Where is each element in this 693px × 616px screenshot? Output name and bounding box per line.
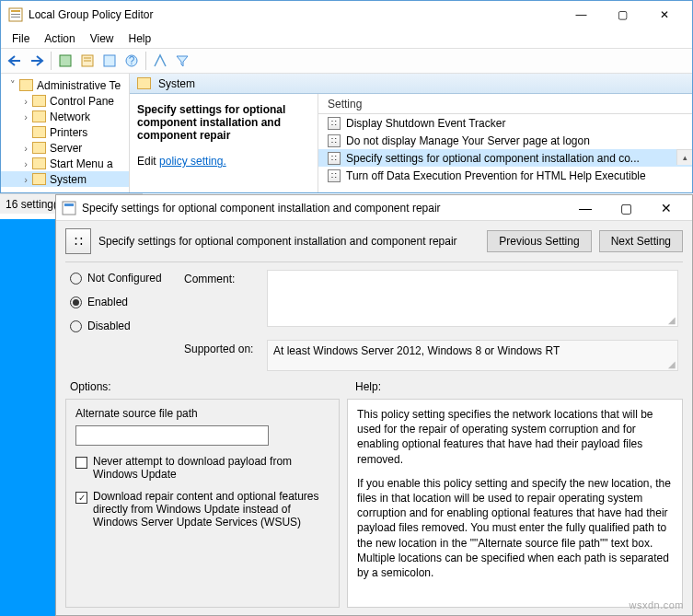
- filter-icon[interactable]: [172, 51, 192, 71]
- app-icon: [8, 7, 23, 22]
- alt-source-input[interactable]: [75, 425, 269, 446]
- scroll-up[interactable]: ▴: [676, 149, 692, 165]
- alt-source-label: Alternate source file path: [75, 407, 329, 420]
- menu-view[interactable]: View: [83, 30, 121, 47]
- back-button[interactable]: [5, 51, 25, 71]
- column-header[interactable]: Setting: [318, 94, 692, 114]
- svg-rect-3: [11, 17, 20, 17]
- minimize-button[interactable]: —: [560, 6, 602, 24]
- help-panel: This policy setting specifies the networ…: [347, 399, 683, 608]
- checkbox-wsus[interactable]: ✓ Download repair content and optional f…: [75, 490, 329, 529]
- help-text: This policy setting specifies the networ…: [357, 407, 673, 467]
- folder-icon: [32, 95, 46, 107]
- tree-root[interactable]: ˅Administrative Te: [1, 77, 129, 93]
- menu-help[interactable]: Help: [121, 30, 159, 47]
- next-setting-button[interactable]: Next Setting: [599, 230, 683, 252]
- list-item[interactable]: ∷Turn off Data Execution Prevention for …: [318, 167, 692, 184]
- toolbar-btn-4[interactable]: ?: [121, 51, 142, 71]
- edit-label: Edit: [137, 155, 156, 168]
- watermark: wsxdn.com: [629, 599, 684, 610]
- description-pane: Specify settings for optional component …: [130, 94, 318, 192]
- dialog-subtitle: Specify settings for optional component …: [98, 235, 479, 248]
- checkbox-icon: [75, 457, 87, 469]
- toolbar-btn-3[interactable]: [99, 51, 120, 71]
- policy-icon: ∷: [328, 134, 341, 147]
- svg-rect-6: [60, 55, 71, 66]
- supported-label: Supported on:: [184, 340, 258, 355]
- menu-bar: File Action View Help: [1, 29, 692, 48]
- tree-item[interactable]: ›Network: [1, 109, 129, 124]
- close-button[interactable]: ✕: [643, 6, 685, 24]
- forward-button[interactable]: [27, 51, 47, 71]
- setting-title: Specify settings for optional component …: [137, 103, 285, 142]
- radio-group: Not Configured Enabled Disabled: [70, 270, 184, 371]
- radio-enabled[interactable]: Enabled: [70, 296, 184, 308]
- svg-rect-2: [11, 14, 20, 15]
- comment-label: Comment:: [184, 270, 258, 285]
- list-item[interactable]: ∷Display Shutdown Event Tracker: [318, 114, 692, 132]
- svg-rect-1: [11, 10, 20, 12]
- dialog-minimize[interactable]: —: [565, 196, 606, 220]
- tree-item[interactable]: ›Start Menu a: [1, 156, 129, 171]
- folder-icon: [32, 173, 46, 185]
- dialog-close[interactable]: ✕: [646, 196, 687, 220]
- radio-not-configured[interactable]: Not Configured: [70, 272, 184, 285]
- tree-item[interactable]: ›Server: [1, 140, 129, 156]
- svg-text:?: ?: [129, 54, 135, 67]
- toolbar-btn-5[interactable]: [150, 51, 170, 71]
- desktop-bg: [0, 219, 55, 616]
- window-title: Local Group Policy Editor: [29, 8, 560, 21]
- details-pane: System Specify settings for optional com…: [130, 74, 692, 192]
- policy-icon: ∷: [328, 152, 341, 165]
- options-label: Options:: [70, 380, 355, 393]
- policy-setting-link[interactable]: policy setting.: [159, 155, 226, 168]
- panel-labels: Options: Help:: [56, 375, 692, 399]
- checkbox-icon: ✓: [75, 492, 87, 504]
- folder-icon: [32, 157, 46, 169]
- path-header: System: [130, 74, 692, 94]
- menu-action[interactable]: Action: [37, 30, 82, 47]
- help-label: Help:: [355, 380, 381, 393]
- folder-icon: [32, 126, 46, 138]
- toolbar-btn-1[interactable]: [55, 51, 75, 71]
- checkbox-never-download[interactable]: Never attempt to download payload from W…: [75, 455, 329, 481]
- folder-icon: [137, 77, 151, 89]
- gpedit-window: Local Group Policy Editor — ▢ ✕ File Act…: [0, 0, 693, 193]
- dialog-title-bar: Specify settings for optional component …: [56, 195, 692, 221]
- svg-rect-10: [104, 55, 115, 66]
- toolbar: ?: [1, 48, 692, 74]
- radio-disabled[interactable]: Disabled: [70, 320, 184, 332]
- title-bar: Local Group Policy Editor — ▢ ✕: [1, 1, 692, 29]
- tree-pane: ˅Administrative Te ›Control Pane ›Networ…: [1, 74, 130, 192]
- policy-large-icon: ∷: [65, 228, 91, 254]
- supported-box: At least Windows Server 2012, Windows 8 …: [267, 340, 678, 371]
- dialog-maximize[interactable]: ▢: [606, 196, 646, 220]
- previous-setting-button[interactable]: Previous Setting: [487, 230, 591, 252]
- folder-icon: [19, 79, 33, 91]
- dialog-title: Specify settings for optional component …: [82, 202, 565, 215]
- list-item-selected[interactable]: ∷Specify settings for optional component…: [318, 149, 692, 167]
- config-section: Not Configured Enabled Disabled Comment:…: [56, 262, 692, 375]
- menu-file[interactable]: File: [5, 30, 37, 47]
- help-text: If you enable this policy setting and sp…: [357, 476, 673, 580]
- folder-icon: [32, 142, 46, 154]
- maximize-button[interactable]: ▢: [602, 6, 643, 24]
- policy-icon: [62, 201, 76, 215]
- tree-item[interactable]: Printers: [1, 124, 129, 140]
- policy-dialog: Specify settings for optional component …: [55, 194, 693, 616]
- policy-icon: ∷: [328, 169, 341, 182]
- svg-rect-14: [64, 203, 74, 206]
- folder-icon: [32, 110, 46, 122]
- comment-textarea[interactable]: ◢: [267, 270, 678, 327]
- toolbar-btn-2[interactable]: [77, 51, 98, 71]
- tree-item-system[interactable]: ›System: [1, 171, 129, 187]
- main-body: ˅Administrative Te ›Control Pane ›Networ…: [1, 74, 692, 192]
- tree-item[interactable]: ›Control Pane: [1, 93, 129, 109]
- dialog-subheader: ∷ Specify settings for optional componen…: [56, 221, 692, 262]
- settings-list: Setting ∷Display Shutdown Event Tracker …: [318, 94, 692, 192]
- list-item[interactable]: ∷Do not display Manage Your Server page …: [318, 132, 692, 149]
- policy-icon: ∷: [328, 117, 341, 130]
- options-panel: Alternate source file path Never attempt…: [65, 399, 340, 608]
